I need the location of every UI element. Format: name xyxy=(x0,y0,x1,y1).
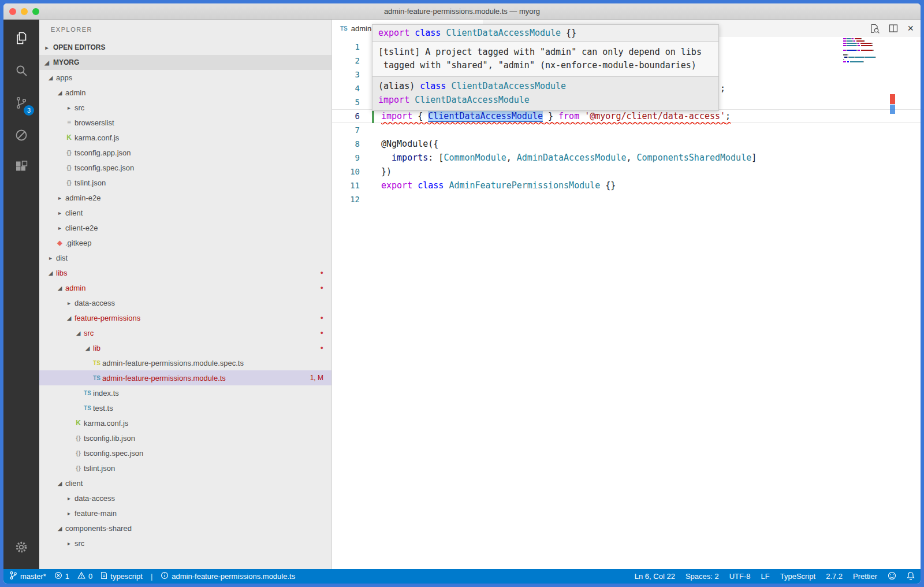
folder-expanded-icon: ◢ xyxy=(73,330,84,336)
code-line-6[interactable]: 6import { ClientDataAccessModule } from … xyxy=(332,109,921,123)
section-myorg[interactable]: ◢ MYORG xyxy=(39,55,331,70)
doc-icon xyxy=(100,571,107,581)
hover-alias-line-1: (alias) class ClientDataAccessModule xyxy=(378,79,713,93)
tree-file-tslint.json[interactable]: {}tslint.json xyxy=(39,460,331,475)
status-feedback-smiley[interactable] xyxy=(888,571,896,582)
tree-folder-libs[interactable]: ◢libs● xyxy=(39,265,331,280)
tree-folder-feature-permissions[interactable]: ◢feature-permissions● xyxy=(39,310,331,325)
activity-settings[interactable] xyxy=(3,532,39,564)
maximize-window-button[interactable] xyxy=(32,8,39,15)
tree-folder-admin[interactable]: ◢admin xyxy=(39,85,331,100)
activity-source-control[interactable]: 3 xyxy=(3,88,39,120)
ts-yellow-icon: TS xyxy=(91,360,102,366)
activity-extensions[interactable] xyxy=(3,153,39,185)
tree-folder-client[interactable]: ◢client xyxy=(39,475,331,491)
tree-file-tsconfig.app.json[interactable]: {}tsconfig.app.json xyxy=(39,145,331,160)
tree-file-karma.conf.js[interactable]: Kkarma.conf.js xyxy=(39,130,331,145)
braces-icon: {} xyxy=(73,434,84,441)
tree-folder-data-access[interactable]: ▸data-access xyxy=(39,295,331,310)
tree-folder-src[interactable]: ◢src● xyxy=(39,325,331,340)
split-editor-icon[interactable] xyxy=(889,24,898,33)
status-prettier[interactable]: Prettier xyxy=(853,572,877,581)
tree-file-browserslist[interactable]: ≡browserslist xyxy=(39,115,331,130)
tree-item-label: lib xyxy=(93,344,100,352)
tree-item-label: dist xyxy=(56,254,68,262)
folder-expanded-icon: ◢ xyxy=(54,480,65,486)
braces-icon: {} xyxy=(64,179,74,186)
error-dot-icon: ● xyxy=(321,315,323,321)
line-content: import { ClientDataAccessModule } from '… xyxy=(381,111,731,121)
activity-explorer[interactable] xyxy=(3,23,39,55)
tree-file-tsconfig.spec.json[interactable]: {}tsconfig.spec.json xyxy=(39,445,331,460)
tree-item-label: tsconfig.app.json xyxy=(74,148,131,157)
status-language-mode[interactable]: TypeScript xyxy=(780,572,815,581)
code-line-12[interactable]: 12 xyxy=(332,192,921,206)
tree-folder-apps[interactable]: ◢apps xyxy=(39,70,331,85)
status-branch[interactable]: master* xyxy=(9,571,46,582)
status-ts-version[interactable]: 2.7.2 xyxy=(826,572,843,581)
tree-file-tsconfig.lib.json[interactable]: {}tsconfig.lib.json xyxy=(39,430,331,445)
tree-folder-client[interactable]: ▸client xyxy=(39,205,331,220)
tree-folder-dist[interactable]: ▸dist xyxy=(39,250,331,265)
section-open-editors[interactable]: ▸ OPEN EDITORS xyxy=(39,40,331,55)
activity-debug[interactable] xyxy=(3,120,39,153)
error-dot-icon: ● xyxy=(321,270,323,276)
status-warnings[interactable]: 0 xyxy=(77,571,92,581)
tree-folder-src[interactable]: ▸src xyxy=(39,100,331,115)
line-content: export class AdminFeaturePermissionsModu… xyxy=(381,180,616,191)
folder-collapsed-icon: ▸ xyxy=(54,225,65,231)
close-editor-icon[interactable]: × xyxy=(907,23,914,34)
status-notifications-bell[interactable] xyxy=(907,571,915,582)
tree-item-label: karma.conf.js xyxy=(84,419,128,428)
tree-folder-client-e2e[interactable]: ▸client-e2e xyxy=(39,220,331,235)
tree-folder-admin-e2e[interactable]: ▸admin-e2e xyxy=(39,190,331,205)
folder-collapsed-icon: ▸ xyxy=(64,105,74,111)
tree-file-index.ts[interactable]: TSindex.ts xyxy=(39,385,331,400)
tree-file-admin-feature-permissions.module.ts[interactable]: TSadmin-feature-permissions.module.ts1, … xyxy=(39,370,331,385)
error-dot-icon: ● xyxy=(321,330,323,336)
tree-file-karma.conf.js[interactable]: Kkarma.conf.js xyxy=(39,415,331,430)
status-eol[interactable]: LF xyxy=(761,572,770,581)
typescript-file-icon: TS xyxy=(340,25,348,32)
status-errors[interactable]: 1 xyxy=(54,571,69,581)
status-indentation[interactable]: Spaces: 2 xyxy=(685,572,719,581)
karma-icon: K xyxy=(64,133,74,142)
status-cursor-position[interactable]: Ln 6, Col 22 xyxy=(635,572,675,581)
status-tslint-status[interactable]: typescript xyxy=(100,571,143,581)
code-line-7[interactable]: 7 xyxy=(332,123,921,137)
minimize-window-button[interactable] xyxy=(21,8,28,15)
minimap[interactable] xyxy=(843,38,888,66)
folder-expanded-icon: ◢ xyxy=(54,90,65,96)
close-window-button[interactable] xyxy=(9,8,16,15)
tree-folder-src[interactable]: ▸src xyxy=(39,536,331,551)
tree-file-tsconfig.spec.json[interactable]: {}tsconfig.spec.json xyxy=(39,160,331,175)
activity-search[interactable] xyxy=(3,55,39,88)
editor: TS admin-feature-permissions.module.ts ×… xyxy=(332,20,921,569)
status-bar: master*10typescript|admin-feature-permis… xyxy=(3,569,921,584)
tree-folder-data-access[interactable]: ▸data-access xyxy=(39,491,331,506)
error-dot-icon: ● xyxy=(321,345,323,351)
tree-folder-components-shared[interactable]: ◢components-shared xyxy=(39,521,331,536)
code-line-10[interactable]: 10}) xyxy=(332,165,921,179)
tree-file-.gitkeep[interactable]: ◈.gitkeep xyxy=(39,235,331,250)
status-encoding[interactable]: UTF-8 xyxy=(729,572,751,581)
code-line-9[interactable]: 9 imports: [CommonModule, AdminDataAcces… xyxy=(332,151,921,165)
tree-folder-admin[interactable]: ◢admin● xyxy=(39,280,331,295)
tree-file-test.ts[interactable]: TStest.ts xyxy=(39,400,331,415)
code-line-11[interactable]: 11export class AdminFeaturePermissionsMo… xyxy=(332,179,921,192)
vscode-window: admin-feature-permissions.module.ts — my… xyxy=(3,3,921,584)
tree-file-admin-feature-permissions.module.spec.ts[interactable]: TSadmin-feature-permissions.module.spec.… xyxy=(39,355,331,370)
tree-folder-feature-main[interactable]: ▸feature-main xyxy=(39,506,331,521)
tree-item-label: client-e2e xyxy=(65,224,98,232)
tree-item-label: feature-permissions xyxy=(74,314,140,322)
status-file-info-label: admin-feature-permissions.module.ts xyxy=(172,572,295,581)
tree-item-label: src xyxy=(84,329,94,337)
status-separator: | xyxy=(151,572,152,581)
status-branch-label: master* xyxy=(20,572,46,581)
code-line-8[interactable]: 8@NgModule({ xyxy=(332,137,921,151)
tree-item-label: libs xyxy=(56,269,68,277)
tree-file-tslint.json[interactable]: {}tslint.json xyxy=(39,175,331,190)
tree-folder-lib[interactable]: ◢lib● xyxy=(39,340,331,355)
open-preview-icon[interactable] xyxy=(870,24,880,34)
status-file-info[interactable]: admin-feature-permissions.module.ts xyxy=(161,571,295,581)
